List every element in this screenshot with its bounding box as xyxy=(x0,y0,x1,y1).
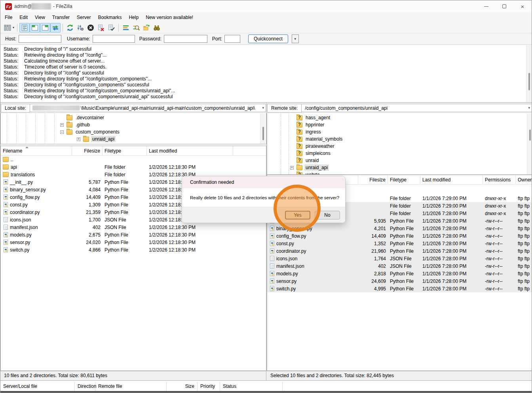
find-button[interactable] xyxy=(152,23,162,32)
process-queue-button[interactable] xyxy=(75,23,86,32)
menu-item-bookmarks[interactable]: Bookmarks xyxy=(94,13,125,22)
tree-item-pirateweather[interactable]: ?pirateweather xyxy=(290,143,336,150)
tree-item-webrtc[interactable]: ?webrtc xyxy=(290,171,321,175)
expand-icon[interactable]: + xyxy=(77,137,80,141)
file-row-switch-py[interactable]: switch.py4,866Python File1/2/2026 12:18:… xyxy=(1,246,266,254)
file-row-icons-json[interactable]: icons.json1,764JSON File1/1/2026 7:28:00… xyxy=(267,255,532,262)
disconnect-button[interactable] xyxy=(96,23,106,32)
local-tree-scrollbar[interactable] xyxy=(260,114,265,144)
toggle-log-button[interactable] xyxy=(19,23,30,32)
column-header-permissions[interactable]: Permissions xyxy=(483,175,516,184)
dialog-footer: Yes No xyxy=(182,207,345,223)
menu-item-transfer[interactable]: Transfer xyxy=(49,13,73,22)
column-header-last-modified[interactable]: Last modified xyxy=(147,146,233,155)
tree-item-unraid-api[interactable]: +unraid_api xyxy=(290,164,329,171)
site-manager-button[interactable] xyxy=(2,23,13,32)
file-name-label: sensor.py xyxy=(276,279,296,284)
reconnect-button[interactable] xyxy=(106,23,116,32)
tree-item-simpleicons[interactable]: ?simpleicons xyxy=(290,150,332,157)
file-row-const-py[interactable]: const.py1,352Python File1/1/2026 7:28:00… xyxy=(267,240,532,247)
password-input[interactable] xyxy=(164,35,207,43)
local-tree-scrollbar-thumb[interactable] xyxy=(262,127,264,140)
column-header-filetype[interactable]: Filetype xyxy=(103,146,147,155)
column-header-filename[interactable]: Filename xyxy=(1,146,72,155)
column-header-filesize[interactable]: Filesize xyxy=(358,175,388,184)
local-path-combo[interactable]: \Music\Example\unraid_api-main\unraid_ap… xyxy=(30,104,266,112)
file-row-sensor-py[interactable]: sensor.py24,020Python File1/2/2026 12:18… xyxy=(1,238,266,246)
log-scrollbar-thumb[interactable] xyxy=(528,73,530,90)
file-row-coordinator-py[interactable]: coordinator.py21,960Python File1/1/2026 … xyxy=(267,247,532,255)
file-row-sensor-py[interactable]: sensor.py24,609Python File1/1/2026 7:28:… xyxy=(267,277,532,285)
tree-item-custom-components[interactable]: −custom_components xyxy=(60,128,121,135)
tree-item-unraid-api[interactable]: +unraid_api xyxy=(77,135,116,143)
menu-item-new-version-available[interactable]: New version available! xyxy=(142,13,197,22)
compare-button[interactable] xyxy=(131,23,141,32)
queue-column-size[interactable]: Size xyxy=(167,382,198,391)
collapse-icon[interactable]: − xyxy=(60,130,64,134)
column-header-owner-group[interactable]: Owner/Group xyxy=(516,175,532,184)
file-row-manifest-json[interactable]: manifest.json402JSON File1/1/2026 7:28:0… xyxy=(267,262,532,270)
remote-tree-scrollbar[interactable] xyxy=(527,114,532,174)
expand-icon[interactable]: + xyxy=(60,123,64,127)
cell-modified: 1/1/2026 7:29:00 PM xyxy=(420,196,483,201)
remote-tree-scrollbar-thumb[interactable] xyxy=(529,130,531,141)
file-row-config-flow-py[interactable]: config_flow.py14,409Python File1/1/2026 … xyxy=(267,232,532,240)
log-scrollbar[interactable] xyxy=(526,45,531,102)
column-header-filetype[interactable]: Filetype xyxy=(388,175,420,184)
column-header-filesize[interactable]: Filesize xyxy=(72,146,103,155)
close-button[interactable]: × xyxy=(513,0,532,12)
tree-item-ingress[interactable]: ?ingress xyxy=(290,128,322,135)
status-line-text: Directory listing of "/config" successfu… xyxy=(24,70,104,76)
disconnect-icon xyxy=(97,24,105,32)
cell-name: translations xyxy=(1,172,72,177)
menu-item-view[interactable]: View xyxy=(31,13,49,22)
queue-column-server-local-file[interactable]: Server/Local file xyxy=(0,382,75,391)
queue-column-status[interactable]: Status xyxy=(220,382,283,391)
menu-item-edit[interactable]: Edit xyxy=(16,13,31,22)
minimize-button[interactable] xyxy=(477,0,495,12)
file-row-switch-py[interactable]: switch.py4,995Python File1/1/2026 7:28:0… xyxy=(267,285,532,292)
file-row-api[interactable]: apiFile folder1/2/2026 12:18:30 PM xyxy=(1,163,266,171)
username-input[interactable] xyxy=(93,35,135,43)
toggle-remote-tree-button[interactable] xyxy=(40,23,50,32)
status-line-text: Retrieving directory listing of "/config… xyxy=(24,76,152,82)
refresh-button[interactable] xyxy=(65,23,75,32)
remote-path-combo[interactable]: /config/custom_components/unraid_api ▾ xyxy=(302,104,532,112)
menu-item-help[interactable]: Help xyxy=(125,13,142,22)
cell-modified: 1/1/2026 7:28:00 PM xyxy=(420,233,483,239)
cell-permissions: drwxr-xr-x xyxy=(483,196,516,201)
tree-item-unraid[interactable]: ?unraid xyxy=(290,157,320,164)
tree-item-github[interactable]: +.github xyxy=(60,121,91,128)
maximize-button[interactable] xyxy=(495,0,513,12)
toggle-local-tree-button[interactable] xyxy=(30,23,40,32)
tree-item-hpprinter[interactable]: ?hpprinter xyxy=(290,121,325,128)
column-header-last-modified[interactable]: Last modified xyxy=(420,175,483,184)
file-row-[interactable]: .. xyxy=(1,156,266,163)
cancel-button[interactable] xyxy=(86,23,96,32)
tree-item-hass-agent[interactable]: ?hass_agent xyxy=(290,114,331,121)
cancel-icon xyxy=(87,24,95,32)
status-line: Status:Calculating timezone offset of se… xyxy=(0,58,532,64)
file-row-manifest-json[interactable]: manifest.json402JSON File1/2/2026 12:18:… xyxy=(1,223,266,231)
tree-item-devcontainer[interactable]: .devcontainer xyxy=(60,114,105,121)
port-input[interactable] xyxy=(224,35,240,43)
sync-browse-button[interactable] xyxy=(141,23,152,32)
host-input[interactable] xyxy=(19,35,61,43)
filter-button[interactable] xyxy=(121,23,131,32)
queue-column-priority[interactable]: Priority xyxy=(198,382,220,391)
queue-column-direction[interactable]: Direction xyxy=(75,382,95,391)
tree-item-material-symbols[interactable]: ?material_symbols xyxy=(290,135,344,143)
menu-item-server[interactable]: Server xyxy=(73,13,94,22)
tree-guide-line xyxy=(35,113,36,144)
cell-size: 5,935 xyxy=(358,218,388,224)
find-icon xyxy=(153,24,161,32)
menu-item-file[interactable]: File xyxy=(1,13,16,22)
quickconnect-button[interactable]: Quickconnect xyxy=(248,34,288,43)
site-manager-dropdown[interactable]: ▾ xyxy=(13,26,14,29)
file-row-models-py[interactable]: models.py2,818Python File1/1/2026 7:28:0… xyxy=(267,270,532,277)
queue-column-remote-file[interactable]: Remote file xyxy=(95,382,167,391)
expand-icon[interactable]: + xyxy=(290,166,294,170)
quickconnect-dropdown[interactable]: ▼ xyxy=(292,34,299,43)
toggle-queue-button[interactable] xyxy=(50,23,61,32)
file-row-models-py[interactable]: models.py2,675Python File1/2/2026 12:18:… xyxy=(1,231,266,238)
